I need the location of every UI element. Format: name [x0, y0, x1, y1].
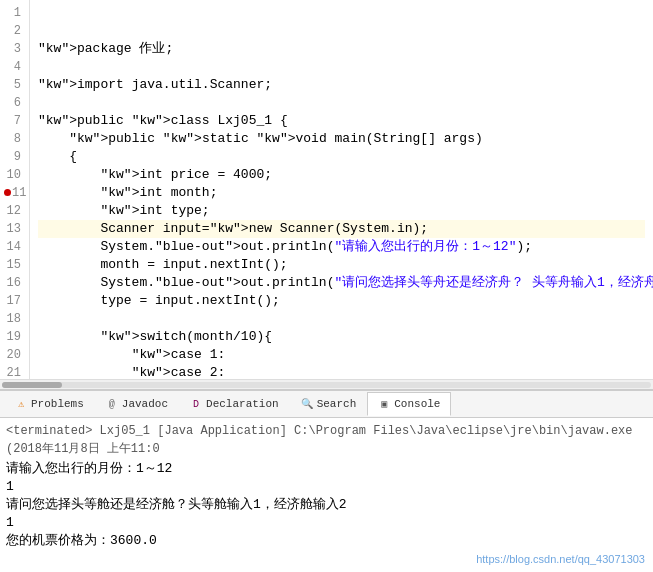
line-number-9: 9 [2, 148, 25, 166]
line-number-3: 3 [2, 40, 25, 58]
tab-problems[interactable]: ⚠Problems [4, 392, 95, 416]
code-line-11: Scanner input="kw">new Scanner(System.in… [38, 220, 645, 238]
code-line-10: "kw">int type; [38, 202, 645, 220]
console-line: 请问您选择头等舱还是经济舱？头等舱输入1，经济舱输入2 [6, 496, 647, 514]
line-number-20: 20 [2, 346, 25, 364]
console-icon: ▣ [378, 398, 390, 410]
code-line-1: "kw">package 作业; [38, 40, 645, 58]
code-line-8: "kw">int price = 4000; [38, 166, 645, 184]
tab-console[interactable]: ▣Console [367, 392, 451, 416]
tab-declaration[interactable]: DDeclaration [179, 392, 290, 416]
console-header: <terminated> Lxj05_1 [Java Application] … [6, 422, 647, 458]
tab-label-declaration: Declaration [206, 398, 279, 410]
line-number-18: 18 [2, 310, 25, 328]
code-editor: 12345678910111213141516171819202122 "kw"… [0, 0, 653, 390]
line-number-13: 13 [2, 220, 25, 238]
code-line-15: type = input.nextInt(); [38, 292, 645, 310]
tab-label-problems: Problems [31, 398, 84, 410]
code-line-16 [38, 310, 645, 328]
code-line-18: "kw">case 1: [38, 346, 645, 364]
code-line-2 [38, 58, 645, 76]
console-line: 1 [6, 478, 647, 496]
line-number-11: 11 [2, 184, 25, 202]
code-line-6: "kw">public "kw">static "kw">void main(S… [38, 130, 645, 148]
line-number-7: 7 [2, 112, 25, 130]
code-line-19: "kw">case 2: [38, 364, 645, 379]
code-line-4 [38, 94, 645, 112]
problems-icon: ⚠ [15, 398, 27, 410]
declaration-icon: D [190, 398, 202, 410]
line-number-14: 14 [2, 238, 25, 256]
tab-label-search: Search [317, 398, 357, 410]
console-line: 请输入您出行的月份：1～12 [6, 460, 647, 478]
scrollbar-track [2, 382, 651, 388]
line-number-21: 21 [2, 364, 25, 379]
tab-javadoc[interactable]: @Javadoc [95, 392, 179, 416]
code-line-9: "kw">int month; [38, 184, 645, 202]
line-number-12: 12 [2, 202, 25, 220]
line-number-5: 5 [2, 76, 25, 94]
tab-search[interactable]: 🔍Search [290, 392, 368, 416]
console-area[interactable]: <terminated> Lxj05_1 [Java Application] … [0, 418, 653, 572]
tab-label-console: Console [394, 398, 440, 410]
line-number-16: 16 [2, 274, 25, 292]
editor-scrollbar[interactable] [0, 379, 653, 389]
line-number-15: 15 [2, 256, 25, 274]
code-line-12: System."blue-out">out.println("请输入您出行的月份… [38, 238, 645, 256]
code-line-3: "kw">import java.util.Scanner; [38, 76, 645, 94]
code-line-13: month = input.nextInt(); [38, 256, 645, 274]
line-number-17: 17 [2, 292, 25, 310]
code-line-7: { [38, 148, 645, 166]
javadoc-icon: @ [106, 398, 118, 410]
line-number-19: 19 [2, 328, 25, 346]
code-container: 12345678910111213141516171819202122 "kw"… [0, 0, 653, 379]
line-number-2: 2 [2, 22, 25, 40]
console-line: 您的机票价格为：3600.0 [6, 532, 647, 550]
tabs-bar: ⚠Problems@JavadocDDeclaration🔍Search▣Con… [0, 390, 653, 418]
code-line-14: System."blue-out">out.println("请问您选择头等舟还… [38, 274, 645, 292]
code-content[interactable]: "kw">package 作业; "kw">import java.util.S… [30, 0, 653, 379]
console-line: 1 [6, 514, 647, 532]
watermark: https://blog.csdn.net/qq_43071303 [476, 550, 645, 568]
line-number-6: 6 [2, 94, 25, 112]
scrollbar-thumb[interactable] [2, 382, 62, 388]
line-number-8: 8 [2, 130, 25, 148]
code-line-17: "kw">switch(month/10){ [38, 328, 645, 346]
tab-label-javadoc: Javadoc [122, 398, 168, 410]
line-numbers: 12345678910111213141516171819202122 [0, 0, 30, 379]
line-number-4: 4 [2, 58, 25, 76]
search-icon: 🔍 [301, 398, 313, 410]
code-line-5: "kw">public "kw">class Lxj05_1 { [38, 112, 645, 130]
line-number-1: 1 [2, 4, 25, 22]
line-number-10: 10 [2, 166, 25, 184]
